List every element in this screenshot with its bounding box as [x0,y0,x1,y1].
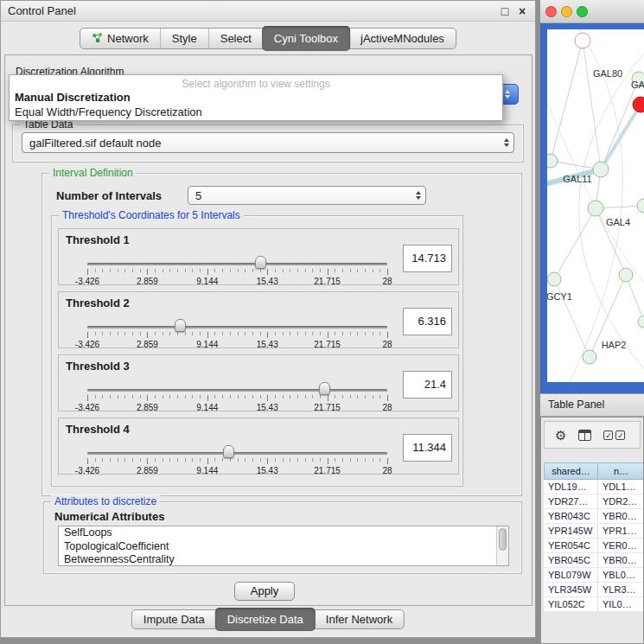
table-cell[interactable]: YDR2… [598,494,644,508]
top-tab-bar: Network Style Select Cyni Toolbox jActiv… [80,28,456,49]
network-node[interactable] [547,272,561,286]
table-row[interactable]: YPR145WYPR1… [544,524,644,539]
table-row[interactable]: YBR043CYBR0… [544,509,644,524]
tab-select[interactable]: Select [208,29,263,48]
float-window-icon[interactable]: □ [497,3,513,19]
minimize-traffic-light-icon[interactable] [561,6,572,17]
column-header-shared-name[interactable]: shared… [544,462,598,480]
network-canvas[interactable]: GAL80GAGAL11GAL4GCY1HAP2 [547,29,644,382]
table-cell[interactable]: YPR145W [544,524,598,538]
select-columns-icon[interactable]: ✓ ✓ [603,430,625,440]
num-intervals-combo[interactable]: 5 [188,186,426,205]
tick-label: 9.144 [196,403,218,412]
table-cell[interactable]: YIL052C [544,597,598,611]
table-cell[interactable]: YDL1… [598,480,644,494]
table-cell[interactable]: YBR045C [544,553,598,567]
algorithm-dropdown-popup: Select algorithm to view settings Manual… [9,74,503,121]
network-node[interactable] [583,350,596,364]
tick-label: 15.43 [257,466,278,475]
settings-gear-icon[interactable]: ⚙ [555,429,566,442]
zoom-traffic-light-icon[interactable] [577,6,588,17]
table-cell[interactable]: YER0… [598,539,644,552]
table-row[interactable]: YDL19…YDL1… [544,480,644,494]
right-region: GAL80GAGAL11GAL4GCY1HAP2 Table Panel ⚙ ✓… [537,0,644,644]
list-item[interactable]: SelfLoops [59,526,508,540]
network-edge[interactable] [583,41,601,169]
slider-thumb[interactable] [319,382,330,395]
table-cell[interactable]: YBL0… [598,568,644,582]
tab-style[interactable]: Style [160,29,208,48]
slider-track[interactable] [87,452,387,455]
slider-track[interactable] [87,326,387,328]
table-cell[interactable]: YDR27… [544,494,598,508]
column-header-name[interactable]: n… [598,462,644,480]
network-node[interactable] [638,316,644,328]
threshold-3-value-field[interactable]: 21.4 [403,371,452,399]
threshold-4-value-field[interactable]: 11.344 [403,434,452,462]
table-cell[interactable]: YIL0… [598,597,644,611]
network-node[interactable] [588,201,603,216]
network-edge[interactable] [601,105,641,169]
close-icon[interactable]: × [514,3,530,19]
table-cell[interactable]: YDL19… [544,480,598,494]
popup-item-equal-width-frequency[interactable]: Equal Width/Frequency Discretization [10,105,502,119]
network-node-label: GAL4 [606,217,630,227]
network-edge[interactable] [626,275,644,322]
tab-infer-network[interactable]: Infer Network [315,610,404,628]
table-data-combo[interactable]: galFiltered.sif default node [22,132,514,153]
table-cell[interactable]: YBR0… [598,509,644,523]
table-cell[interactable]: YER054C [544,539,598,552]
network-node[interactable] [633,97,644,112]
threshold-2-value-field[interactable]: 6.316 [403,308,452,335]
numerical-attributes-label: Numerical Attributes [54,510,164,523]
tab-label: Select [220,32,252,45]
popup-item-manual-discretization[interactable]: Manual Discretization [10,90,502,105]
slider-thumb[interactable] [175,319,186,332]
thresholds-group-title: Threshold's Coordinates for 5 Intervals [59,209,244,221]
threshold-3-label: Threshold 3 [66,360,130,373]
scrollbar-thumb[interactable] [499,528,507,551]
table-panel-header: Table Panel [540,393,644,417]
table-row[interactable]: YBL079WYBL0… [544,568,644,583]
close-traffic-light-icon[interactable] [545,6,557,17]
network-node[interactable] [575,33,590,48]
network-node[interactable] [547,154,558,168]
table-panel-title: Table Panel [548,399,604,411]
tab-jactivemnodules[interactable]: jActiveMNodules [349,29,456,48]
table-cell[interactable]: YBL079W [544,568,598,582]
tab-cyni-toolbox[interactable]: Cyni Toolbox [262,26,350,51]
network-edge[interactable] [551,41,583,161]
tab-network[interactable]: Network [80,29,160,48]
apply-button[interactable]: Apply [234,582,295,601]
list-item[interactable]: BetweennessCentrality [59,553,508,566]
tick-label: 9.144 [196,277,218,286]
cyni-toolbox-panel: Discretization Algorithm Select algorith… [4,54,532,606]
slider-thumb[interactable] [255,256,266,269]
slider-track[interactable] [87,263,387,265]
slider-thumb[interactable] [223,445,234,458]
table-row[interactable]: YBR045CYBR0… [544,553,644,568]
network-node[interactable] [593,162,609,177]
table-header-row: shared… n… [544,462,644,480]
table-cell[interactable]: YLR345W [544,583,598,596]
tab-impute-data[interactable]: Impute Data [132,610,216,628]
network-edge[interactable] [601,79,639,169]
tab-discretize-data[interactable]: Discretize Data [215,608,316,631]
tick-label: -3.426 [75,340,99,349]
table-row[interactable]: YLR345WYLR3… [544,583,644,597]
network-node[interactable] [619,268,633,282]
scrollbar[interactable] [496,526,508,565]
table-cell[interactable]: YBR043C [544,509,598,523]
table-cell[interactable]: YBR0… [598,553,644,567]
table-row[interactable]: YIL052CYIL0… [544,597,644,612]
table-cell[interactable]: YLR3… [598,583,644,596]
network-edge[interactable] [554,208,596,279]
columns-icon[interactable] [578,430,591,441]
table-row[interactable]: YER054CYER0… [544,539,644,553]
network-node[interactable] [637,199,644,213]
list-item[interactable]: TopologicalCoefficient [59,540,508,554]
slider-track[interactable] [87,389,387,392]
threshold-1-value-field[interactable]: 14.713 [403,245,452,272]
table-cell[interactable]: YPR1… [598,524,644,538]
table-row[interactable]: YDR27…YDR2… [544,494,644,509]
